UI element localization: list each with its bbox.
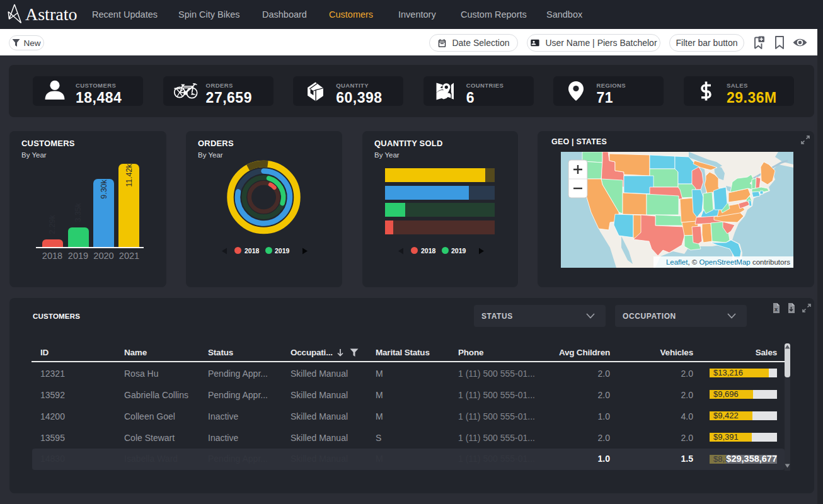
- svg-text:Leaflet, © OpenStreetMap contr: Leaflet, © OpenStreetMap contributors: [666, 258, 790, 266]
- svg-text:x: x: [774, 306, 778, 312]
